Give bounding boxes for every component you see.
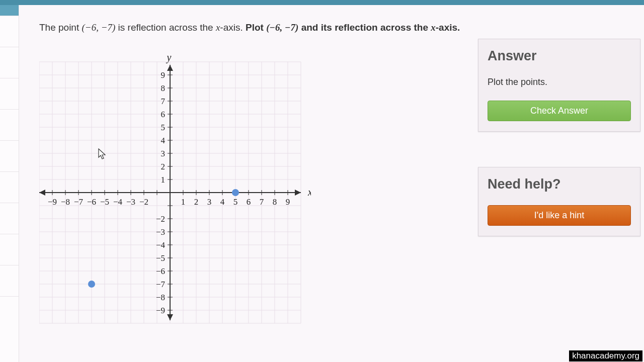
- svg-text:2: 2: [194, 197, 199, 207]
- svg-text:5: 5: [161, 123, 166, 132]
- svg-text:3: 3: [161, 149, 166, 158]
- svg-text:1: 1: [181, 197, 186, 207]
- svg-text:3: 3: [207, 197, 212, 207]
- svg-marker-47: [167, 314, 173, 320]
- svg-text:x: x: [307, 187, 311, 198]
- sidebar-tab[interactable]: [0, 234, 19, 265]
- q-point2: (−6, −7): [266, 22, 298, 33]
- sidebar-tab[interactable]: [0, 265, 19, 297]
- svg-text:4: 4: [161, 136, 166, 145]
- svg-text:−3: −3: [156, 227, 165, 237]
- check-answer-button[interactable]: Check Answer: [488, 101, 631, 121]
- svg-text:−4: −4: [156, 240, 166, 250]
- sidebar-tab[interactable]: [0, 47, 19, 78]
- svg-point-120: [232, 189, 239, 196]
- svg-marker-44: [295, 190, 301, 196]
- sidebar-tab[interactable]: [0, 110, 19, 141]
- svg-text:8: 8: [161, 83, 166, 93]
- q-text: and its reflection across the: [298, 22, 431, 33]
- svg-text:9: 9: [161, 70, 166, 80]
- q-text: -axis.: [436, 22, 460, 33]
- svg-text:−6: −6: [87, 197, 96, 207]
- q-text: The point: [39, 22, 82, 33]
- svg-text:−3: −3: [126, 197, 135, 207]
- q-plot: Plot: [246, 22, 266, 33]
- svg-text:8: 8: [273, 197, 277, 207]
- q-text: is reflection across the: [115, 22, 216, 33]
- sidebar-tab[interactable]: [0, 16, 19, 47]
- q-text: -axis.: [220, 22, 246, 33]
- watermark: khanacademy.org: [569, 350, 642, 361]
- sidebar-tab[interactable]: [0, 203, 19, 234]
- svg-marker-45: [39, 190, 45, 196]
- svg-point-121: [88, 281, 95, 288]
- svg-text:6: 6: [247, 197, 251, 207]
- sidebar-tab[interactable]: [0, 172, 19, 203]
- answer-heading: Answer: [488, 48, 631, 64]
- svg-text:−8: −8: [156, 293, 165, 302]
- svg-text:9: 9: [286, 197, 290, 207]
- q-xaxis: x: [431, 22, 436, 33]
- sidebar-tab[interactable]: [0, 141, 19, 172]
- svg-text:−2: −2: [139, 197, 148, 207]
- svg-text:−8: −8: [61, 197, 70, 207]
- svg-text:−9: −9: [156, 306, 165, 315]
- graph-svg[interactable]: −9−8−7−6−5−4−3−2123456789123456789−2−3−4…: [39, 49, 311, 330]
- svg-text:2: 2: [161, 162, 166, 171]
- svg-text:1: 1: [161, 175, 166, 185]
- svg-text:5: 5: [233, 197, 238, 207]
- svg-text:−7: −7: [156, 280, 166, 289]
- svg-text:−7: −7: [74, 197, 84, 207]
- svg-text:7: 7: [161, 97, 166, 106]
- sidebar-tab-active[interactable]: [0, 5, 19, 16]
- svg-text:−5: −5: [156, 253, 165, 263]
- svg-text:−4: −4: [113, 197, 123, 207]
- left-sidebar: [0, 5, 19, 362]
- help-heading: Need help?: [488, 176, 631, 192]
- q-point1: (−6, −7): [82, 22, 116, 33]
- svg-text:−5: −5: [100, 197, 109, 207]
- coordinate-graph[interactable]: −9−8−7−6−5−4−3−2123456789123456789−2−3−4…: [39, 49, 311, 330]
- top-bar: [0, 0, 644, 5]
- help-panel: Need help? I'd like a hint: [478, 167, 640, 236]
- sidebar-tab[interactable]: [0, 78, 19, 110]
- svg-text:−6: −6: [156, 266, 165, 276]
- svg-text:y: y: [166, 52, 172, 63]
- question-text: The point (−6, −7) is reflection across …: [39, 20, 477, 35]
- answer-instruction: Plot the points.: [488, 77, 631, 87]
- answer-panel: Answer Plot the points. Check Answer: [478, 39, 640, 132]
- svg-text:−2: −2: [156, 214, 165, 224]
- hint-button[interactable]: I'd like a hint: [488, 205, 631, 226]
- svg-text:6: 6: [161, 110, 166, 119]
- svg-marker-46: [167, 65, 173, 71]
- svg-text:7: 7: [260, 197, 264, 207]
- svg-text:−9: −9: [48, 197, 57, 207]
- svg-text:4: 4: [220, 197, 225, 207]
